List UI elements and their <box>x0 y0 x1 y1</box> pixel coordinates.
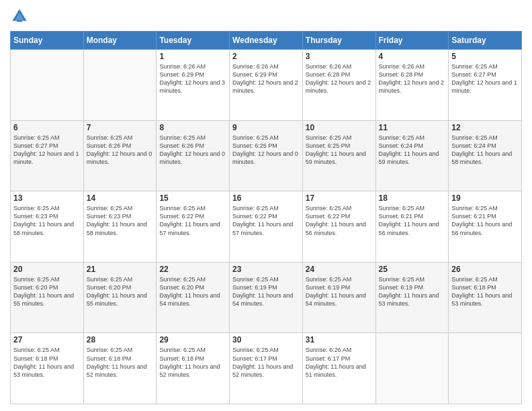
day-info: Sunrise: 6:25 AM Sunset: 6:23 PM Dayligh… <box>87 204 154 237</box>
day-number: 10 <box>306 123 373 132</box>
calendar-cell: 27Sunrise: 6:25 AM Sunset: 6:18 PM Dayli… <box>11 333 84 404</box>
day-number: 27 <box>13 335 81 345</box>
calendar-cell: 14Sunrise: 6:25 AM Sunset: 6:23 PM Dayli… <box>83 191 157 263</box>
day-number: 4 <box>379 52 446 61</box>
day-info: Sunrise: 6:25 AM Sunset: 6:26 PM Dayligh… <box>159 134 226 167</box>
day-info: Sunrise: 6:25 AM Sunset: 6:19 PM Dayligh… <box>306 275 373 308</box>
calendar-cell: 9Sunrise: 6:25 AM Sunset: 6:25 PM Daylig… <box>230 120 303 191</box>
day-number: 6 <box>13 123 81 132</box>
day-info: Sunrise: 6:25 AM Sunset: 6:18 PM Dayligh… <box>87 346 154 379</box>
day-number: 24 <box>306 265 373 274</box>
day-number: 12 <box>451 123 519 132</box>
day-info: Sunrise: 6:25 AM Sunset: 6:23 PM Dayligh… <box>13 204 81 237</box>
calendar-header-friday: Friday <box>375 32 449 50</box>
calendar-cell: 22Sunrise: 6:25 AM Sunset: 6:20 PM Dayli… <box>157 262 230 333</box>
calendar-cell: 20Sunrise: 6:25 AM Sunset: 6:20 PM Dayli… <box>11 262 84 333</box>
calendar-cell: 3Sunrise: 6:26 AM Sunset: 6:28 PM Daylig… <box>302 50 375 121</box>
day-number: 1 <box>159 52 226 61</box>
day-info: Sunrise: 6:25 AM Sunset: 6:25 PM Dayligh… <box>232 134 300 167</box>
calendar-cell: 6Sunrise: 6:25 AM Sunset: 6:27 PM Daylig… <box>11 120 84 191</box>
day-number: 17 <box>306 193 373 203</box>
day-number: 25 <box>379 265 446 274</box>
calendar-cell: 13Sunrise: 6:25 AM Sunset: 6:23 PM Dayli… <box>11 191 84 263</box>
calendar-cell: 23Sunrise: 6:25 AM Sunset: 6:19 PM Dayli… <box>230 262 303 333</box>
day-info: Sunrise: 6:25 AM Sunset: 6:19 PM Dayligh… <box>232 275 300 308</box>
day-number: 15 <box>159 193 226 203</box>
calendar-table: SundayMondayTuesdayWednesdayThursdayFrid… <box>10 31 522 404</box>
day-info: Sunrise: 6:25 AM Sunset: 6:24 PM Dayligh… <box>451 134 519 167</box>
logo <box>10 7 32 26</box>
day-info: Sunrise: 6:25 AM Sunset: 6:22 PM Dayligh… <box>232 204 300 237</box>
day-number: 11 <box>379 123 446 132</box>
day-number: 31 <box>306 335 373 345</box>
day-number: 16 <box>232 193 300 203</box>
day-number: 13 <box>13 193 81 203</box>
day-info: Sunrise: 6:25 AM Sunset: 6:22 PM Dayligh… <box>306 204 373 237</box>
day-number: 9 <box>232 123 300 132</box>
day-number: 3 <box>306 52 373 61</box>
calendar-cell: 1Sunrise: 6:26 AM Sunset: 6:29 PM Daylig… <box>157 50 230 121</box>
calendar-cell: 2Sunrise: 6:26 AM Sunset: 6:29 PM Daylig… <box>230 50 303 121</box>
day-number: 29 <box>159 335 226 345</box>
day-number: 8 <box>159 123 226 132</box>
calendar-cell <box>375 333 449 404</box>
day-info: Sunrise: 6:26 AM Sunset: 6:29 PM Dayligh… <box>159 62 226 95</box>
day-number: 26 <box>451 265 519 274</box>
calendar-header-monday: Monday <box>83 32 157 50</box>
svg-rect-2 <box>17 20 22 22</box>
day-info: Sunrise: 6:25 AM Sunset: 6:20 PM Dayligh… <box>87 275 154 308</box>
day-number: 5 <box>451 52 519 61</box>
calendar-cell: 28Sunrise: 6:25 AM Sunset: 6:18 PM Dayli… <box>83 333 157 404</box>
day-info: Sunrise: 6:25 AM Sunset: 6:27 PM Dayligh… <box>13 134 81 167</box>
calendar-week-3: 13Sunrise: 6:25 AM Sunset: 6:23 PM Dayli… <box>11 191 522 263</box>
header <box>10 7 522 26</box>
calendar-week-5: 27Sunrise: 6:25 AM Sunset: 6:18 PM Dayli… <box>11 333 522 404</box>
day-number: 7 <box>87 123 154 132</box>
day-info: Sunrise: 6:26 AM Sunset: 6:29 PM Dayligh… <box>232 62 300 95</box>
calendar-cell: 16Sunrise: 6:25 AM Sunset: 6:22 PM Dayli… <box>230 191 303 263</box>
calendar-header-tuesday: Tuesday <box>157 32 230 50</box>
day-number: 18 <box>379 193 446 203</box>
day-info: Sunrise: 6:25 AM Sunset: 6:19 PM Dayligh… <box>379 275 446 308</box>
day-info: Sunrise: 6:25 AM Sunset: 6:26 PM Dayligh… <box>87 134 154 167</box>
day-info: Sunrise: 6:25 AM Sunset: 6:21 PM Dayligh… <box>451 204 519 237</box>
calendar-week-1: 1Sunrise: 6:26 AM Sunset: 6:29 PM Daylig… <box>11 50 522 121</box>
calendar-cell: 31Sunrise: 6:26 AM Sunset: 6:17 PM Dayli… <box>302 333 375 404</box>
calendar-cell: 25Sunrise: 6:25 AM Sunset: 6:19 PM Dayli… <box>375 262 449 333</box>
day-info: Sunrise: 6:25 AM Sunset: 6:18 PM Dayligh… <box>451 275 519 308</box>
day-info: Sunrise: 6:25 AM Sunset: 6:24 PM Dayligh… <box>379 134 446 167</box>
day-number: 23 <box>232 265 300 274</box>
calendar-cell: 17Sunrise: 6:25 AM Sunset: 6:22 PM Dayli… <box>302 191 375 263</box>
calendar-cell: 30Sunrise: 6:25 AM Sunset: 6:17 PM Dayli… <box>230 333 303 404</box>
day-info: Sunrise: 6:26 AM Sunset: 6:28 PM Dayligh… <box>306 62 373 95</box>
calendar-cell: 7Sunrise: 6:25 AM Sunset: 6:26 PM Daylig… <box>83 120 157 191</box>
day-number: 20 <box>13 265 81 274</box>
calendar-cell <box>11 50 84 121</box>
day-number: 21 <box>87 265 154 274</box>
day-info: Sunrise: 6:25 AM Sunset: 6:22 PM Dayligh… <box>159 204 226 237</box>
calendar-cell: 12Sunrise: 6:25 AM Sunset: 6:24 PM Dayli… <box>449 120 522 191</box>
day-number: 22 <box>159 265 226 274</box>
calendar-cell: 19Sunrise: 6:25 AM Sunset: 6:21 PM Dayli… <box>449 191 522 263</box>
calendar-header-sunday: Sunday <box>11 32 84 50</box>
calendar-cell: 11Sunrise: 6:25 AM Sunset: 6:24 PM Dayli… <box>375 120 449 191</box>
day-info: Sunrise: 6:25 AM Sunset: 6:17 PM Dayligh… <box>232 346 300 379</box>
calendar-week-4: 20Sunrise: 6:25 AM Sunset: 6:20 PM Dayli… <box>11 262 522 333</box>
calendar-header-thursday: Thursday <box>302 32 375 50</box>
day-info: Sunrise: 6:26 AM Sunset: 6:17 PM Dayligh… <box>306 346 373 379</box>
calendar-cell: 5Sunrise: 6:25 AM Sunset: 6:27 PM Daylig… <box>449 50 522 121</box>
calendar-cell: 8Sunrise: 6:25 AM Sunset: 6:26 PM Daylig… <box>157 120 230 191</box>
calendar-cell <box>83 50 157 121</box>
page: SundayMondayTuesdayWednesdayThursdayFrid… <box>0 0 532 411</box>
day-info: Sunrise: 6:25 AM Sunset: 6:18 PM Dayligh… <box>13 346 81 379</box>
day-number: 19 <box>451 193 519 203</box>
calendar-header-saturday: Saturday <box>449 32 522 50</box>
calendar-cell: 21Sunrise: 6:25 AM Sunset: 6:20 PM Dayli… <box>83 262 157 333</box>
calendar-cell: 24Sunrise: 6:25 AM Sunset: 6:19 PM Dayli… <box>302 262 375 333</box>
day-info: Sunrise: 6:25 AM Sunset: 6:18 PM Dayligh… <box>159 346 226 379</box>
day-info: Sunrise: 6:25 AM Sunset: 6:25 PM Dayligh… <box>306 134 373 167</box>
day-info: Sunrise: 6:25 AM Sunset: 6:20 PM Dayligh… <box>13 275 81 308</box>
calendar-header-wednesday: Wednesday <box>230 32 303 50</box>
day-number: 30 <box>232 335 300 345</box>
day-info: Sunrise: 6:25 AM Sunset: 6:27 PM Dayligh… <box>451 62 519 95</box>
